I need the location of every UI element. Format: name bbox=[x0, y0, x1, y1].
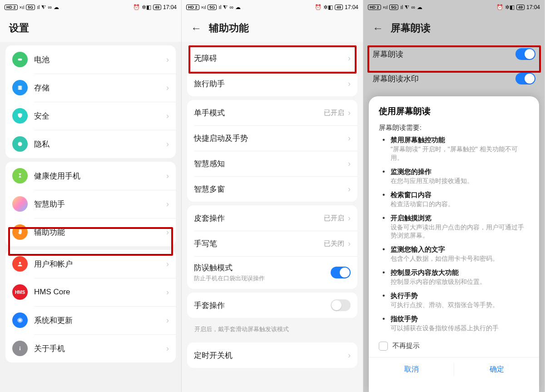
row-multi-window[interactable]: 智慧多窗 › bbox=[187, 176, 357, 202]
row-screen-reader[interactable]: 屏幕朗读 bbox=[363, 42, 545, 66]
svg-point-2 bbox=[18, 87, 22, 89]
row-smart-sensing[interactable]: 智慧感知 › bbox=[187, 151, 357, 176]
dialog-buttons: 取消 确定 bbox=[369, 357, 539, 382]
row-label: 关于手机 bbox=[34, 343, 166, 354]
settings-group-3: 用户和帐户 › HMS HMS Core › 系统和更新 › 关于手机 › bbox=[5, 250, 176, 362]
chat-icon: ☁ bbox=[54, 4, 59, 10]
chevron-right-icon: › bbox=[166, 288, 169, 297]
title-bar: 设置 bbox=[0, 15, 181, 42]
chevron-right-icon: › bbox=[166, 228, 169, 237]
accessibility-group-4: 手套操作 bbox=[187, 293, 357, 318]
accessibility-group-5: 定时开关机 › bbox=[187, 342, 357, 368]
perm-title: 控制显示内容放大功能 bbox=[391, 268, 529, 277]
chevron-right-icon: › bbox=[348, 184, 351, 194]
toggle-screen-reader[interactable] bbox=[515, 48, 535, 60]
row-label: 屏幕朗读水印 bbox=[372, 74, 419, 84]
bt-icon: ✲◧ bbox=[323, 4, 333, 10]
perm-desc: "屏幕朗读" 开启时，"屏幕触控" 相关功能不可用。 bbox=[391, 145, 529, 162]
dont-show-row[interactable]: 不再提示 bbox=[379, 338, 529, 351]
confirm-button[interactable]: 确定 bbox=[454, 357, 539, 382]
dont-show-label: 不再提示 bbox=[392, 342, 420, 350]
chevron-right-icon: › bbox=[348, 79, 351, 89]
status-left: HD 2 ×ıl 5G ıl ⧨ ∞ ☁ bbox=[186, 4, 241, 10]
screen-screen-reader: HD 2 ×ıl 5G ıl ⧨ ∞ ☁ ⏰ ✲◧ 49 17:04 ← 屏幕朗… bbox=[363, 0, 545, 392]
row-label: 安全 bbox=[34, 111, 166, 121]
back-icon[interactable]: ← bbox=[372, 22, 383, 35]
toggle-watermark[interactable] bbox=[515, 73, 535, 84]
wifi-icon: ⧨ bbox=[405, 4, 409, 10]
bt-icon: ✲◧ bbox=[505, 4, 515, 10]
row-battery[interactable]: 电池 › bbox=[5, 45, 176, 74]
row-shortcuts[interactable]: 快捷启动及手势 › bbox=[187, 125, 357, 151]
permission-item: 指纹手势可以捕获在设备指纹传感器上执行的手 bbox=[382, 315, 529, 332]
hms-icon: HMS bbox=[12, 284, 28, 300]
row-about[interactable]: 关于手机 › bbox=[5, 334, 176, 362]
settings-group-1: 电池 › 存储 › 安全 › 隐私 › bbox=[5, 45, 176, 158]
alarm-icon: ⏰ bbox=[496, 4, 503, 10]
assistant-icon bbox=[12, 196, 28, 212]
row-assistant[interactable]: 智慧助手 › bbox=[5, 190, 176, 218]
wifi-icon: ⧨ bbox=[223, 4, 228, 10]
toggle-gloves[interactable] bbox=[331, 299, 351, 311]
checkbox[interactable] bbox=[379, 342, 388, 351]
row-case-ops[interactable]: 皮套操作 已开启 › bbox=[187, 205, 357, 231]
title-bar: ← 屏幕朗读 bbox=[363, 15, 545, 42]
row-security[interactable]: 安全 › bbox=[5, 102, 176, 130]
perm-title: 指纹手势 bbox=[391, 315, 529, 323]
row-gloves[interactable]: 手套操作 bbox=[187, 293, 357, 318]
row-accounts[interactable]: 用户和帐户 › bbox=[5, 250, 176, 278]
gear-icon bbox=[12, 313, 28, 328]
shield-icon bbox=[12, 108, 28, 124]
row-travel-assistant[interactable]: 旅行助手 › bbox=[187, 71, 357, 96]
row-stylus[interactable]: 手写笔 已关闭 › bbox=[187, 231, 357, 256]
row-hms-core[interactable]: HMS HMS Core › bbox=[5, 278, 176, 306]
toggle-mistouch[interactable] bbox=[331, 267, 351, 278]
perm-title: 监测您输入的文字 bbox=[391, 245, 529, 254]
row-label: 存储 bbox=[34, 83, 166, 93]
page-title: 设置 bbox=[9, 21, 29, 35]
chevron-right-icon: › bbox=[166, 171, 169, 181]
row-digital-balance[interactable]: 健康使用手机 › bbox=[5, 162, 176, 190]
infinity-icon: ∞ bbox=[48, 4, 52, 10]
status-right: ⏰ ✲◧ 49 17:04 bbox=[496, 4, 540, 10]
infinity-icon: ∞ bbox=[229, 4, 233, 10]
row-scheduled-power[interactable]: 定时开关机 › bbox=[187, 342, 357, 368]
alarm-icon: ⏰ bbox=[133, 4, 140, 10]
status-right: ⏰ ✲◧ 49 17:04 bbox=[315, 4, 358, 10]
row-mistouch[interactable]: 防误触模式 防止手机在口袋出现误操作 bbox=[187, 256, 357, 289]
status-right: ⏰ ✲◧ 49 17:04 bbox=[133, 4, 177, 10]
status-bar: HD 2 ×ıl 5G ıl ⧨ ∞ ☁ ⏰ ✲◧ 49 17:04 bbox=[363, 0, 545, 15]
permission-item: 禁用屏幕触控功能"屏幕朗读" 开启时，"屏幕触控" 相关功能不可用。 bbox=[382, 136, 529, 162]
chevron-right-icon: › bbox=[166, 111, 169, 121]
row-accessibility-feature[interactable]: 无障碍 › bbox=[187, 45, 357, 71]
row-accessibility[interactable]: 辅助功能 › bbox=[5, 218, 176, 246]
screen-accessibility: HD 2 ×ıl 5G ıl ⧨ ∞ ☁ ⏰ ✲◧ 49 17:04 ← 辅助功… bbox=[182, 0, 363, 392]
row-label: 单手模式 bbox=[194, 108, 324, 118]
row-label: 皮套操作 bbox=[194, 213, 324, 223]
row-privacy[interactable]: 隐私 › bbox=[5, 130, 176, 158]
chevron-right-icon: › bbox=[166, 199, 169, 209]
privacy-icon bbox=[12, 136, 28, 152]
permission-item: 控制显示内容放大功能控制显示内容的缩放级别和位置。 bbox=[382, 268, 529, 286]
row-label: 辅助功能 bbox=[34, 227, 166, 238]
row-label: 智慧感知 bbox=[194, 159, 348, 169]
row-screen-reader-watermark[interactable]: 屏幕朗读水印 bbox=[363, 66, 545, 91]
row-label: 定时开关机 bbox=[194, 350, 348, 361]
svg-rect-0 bbox=[18, 59, 22, 61]
bt-icon: ✲◧ bbox=[142, 4, 151, 10]
row-system-update[interactable]: 系统和更新 › bbox=[5, 306, 176, 334]
chevron-right-icon: › bbox=[348, 134, 351, 143]
cancel-button[interactable]: 取消 bbox=[369, 357, 454, 382]
net-badge: 5G bbox=[26, 5, 35, 10]
dialog-title: 使用屏幕朗读 bbox=[379, 105, 529, 117]
back-icon[interactable]: ← bbox=[191, 22, 202, 35]
hand-icon bbox=[12, 224, 28, 240]
page-title: 屏幕朗读 bbox=[391, 21, 431, 35]
signal-icon: ıl bbox=[218, 4, 221, 10]
chat-icon: ☁ bbox=[417, 4, 422, 10]
net-badge: 5G bbox=[389, 5, 398, 10]
page-title: 辅助功能 bbox=[209, 21, 249, 35]
row-storage[interactable]: 存储 › bbox=[5, 74, 176, 102]
chevron-right-icon: › bbox=[166, 316, 169, 325]
row-one-hand[interactable]: 单手模式 已开启 › bbox=[187, 100, 357, 125]
